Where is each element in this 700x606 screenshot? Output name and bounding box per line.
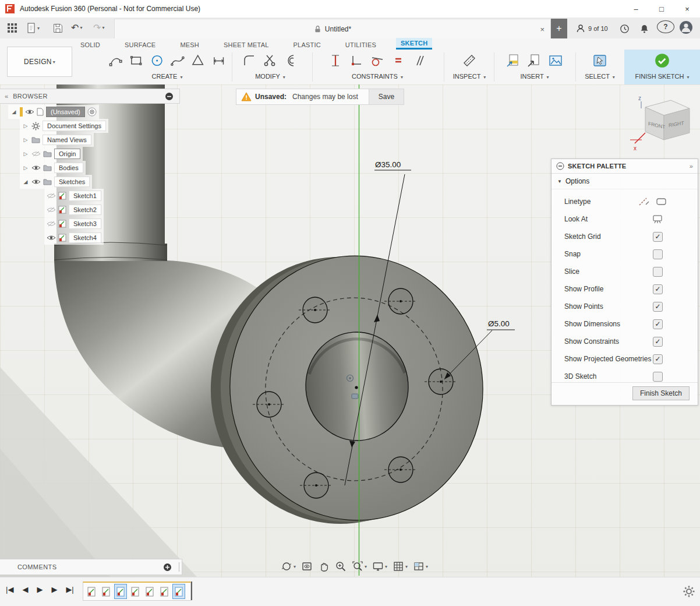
sketch-grid-checkbox[interactable]: ✓ bbox=[653, 232, 663, 242]
expand-icon[interactable]: ◢ bbox=[10, 109, 17, 115]
dim-bore-label[interactable]: Ø35.00 bbox=[375, 160, 401, 169]
timeline-feature-sketch[interactable] bbox=[100, 584, 112, 599]
offset-tool-icon[interactable] bbox=[284, 53, 299, 68]
expand-icon[interactable]: ◢ bbox=[22, 179, 29, 185]
minimize-button[interactable]: – bbox=[623, 0, 649, 17]
eye-off-icon[interactable] bbox=[47, 220, 56, 227]
equal-constraint-icon[interactable] bbox=[391, 53, 406, 68]
tree-item-label[interactable]: Named Views bbox=[43, 135, 91, 145]
app-grid-icon[interactable] bbox=[5, 20, 20, 36]
vertical-constraint-icon[interactable] bbox=[328, 53, 343, 68]
palette-collapse-icon[interactable]: » bbox=[690, 163, 693, 170]
sketch-item-label[interactable]: Sketch3 bbox=[69, 219, 101, 229]
expand-icon[interactable]: ▷ bbox=[22, 165, 29, 171]
step-back-button[interactable]: ◀ bbox=[22, 585, 28, 594]
eye-icon[interactable] bbox=[25, 108, 34, 115]
step-forward-button[interactable]: ▶ bbox=[51, 585, 57, 594]
fillet-tool-icon[interactable] bbox=[242, 53, 257, 68]
activate-target-icon[interactable] bbox=[87, 107, 97, 117]
look-at-button[interactable] bbox=[301, 561, 313, 572]
document-tab[interactable]: Untitled* bbox=[314, 25, 351, 33]
browser-collapse-icon[interactable]: « bbox=[5, 93, 8, 100]
skip-to-end-button[interactable]: ▶| bbox=[66, 585, 73, 594]
sketch-center-point[interactable] bbox=[355, 386, 358, 389]
eye-icon[interactable] bbox=[31, 164, 41, 171]
show-projected-geometries-checkbox[interactable]: ✓ bbox=[653, 354, 663, 364]
slice-checkbox[interactable] bbox=[653, 267, 663, 277]
dim-hole-label[interactable]: Ø5.00 bbox=[488, 319, 510, 328]
close-button[interactable]: × bbox=[674, 0, 700, 17]
finish-sketch-palette-button[interactable]: Finish Sketch bbox=[632, 386, 690, 400]
save-link[interactable]: Save bbox=[369, 89, 404, 104]
sketch-item-label[interactable]: Sketch1 bbox=[69, 191, 101, 201]
expand-icon[interactable]: ▷ bbox=[22, 123, 29, 129]
expand-icon[interactable]: ▷ bbox=[22, 137, 29, 143]
show-profile-checkbox[interactable]: ✓ bbox=[653, 284, 663, 294]
grid-settings-button[interactable]: ▾ bbox=[393, 561, 408, 572]
select-tool-icon[interactable] bbox=[592, 53, 607, 68]
sketch-item-label[interactable]: Sketch4 bbox=[69, 232, 101, 243]
timeline-position-marker[interactable] bbox=[191, 582, 192, 600]
tab-close-icon[interactable]: × bbox=[540, 25, 545, 34]
finish-sketch-check-icon[interactable] bbox=[654, 52, 670, 69]
tab-surface[interactable]: SURFACE bbox=[120, 40, 160, 50]
timeline-feature-sketch[interactable] bbox=[85, 584, 98, 599]
eye-off-icon[interactable] bbox=[31, 150, 41, 157]
insert-dxf-icon[interactable] bbox=[506, 53, 521, 68]
fit-button[interactable]: ▾ bbox=[352, 561, 367, 572]
timeline-settings-gear-icon[interactable] bbox=[683, 585, 695, 598]
line-tool-icon[interactable] bbox=[108, 53, 123, 68]
3d-sketch-checkbox[interactable] bbox=[653, 372, 663, 382]
insert-canvas-icon[interactable] bbox=[548, 53, 563, 68]
avatar[interactable] bbox=[677, 19, 695, 36]
tab-sheet-metal[interactable]: SHEET METAL bbox=[219, 40, 274, 50]
viewcube[interactable]: z FRONT RIGHT x bbox=[629, 92, 699, 155]
notifications-bell-icon[interactable] bbox=[637, 20, 652, 37]
tab-plastic[interactable]: PLASTIC bbox=[289, 40, 326, 50]
display-settings-button[interactable]: ▾ bbox=[372, 561, 387, 572]
create-dropdown[interactable]: CREATE ▾ bbox=[108, 73, 226, 80]
polygon-tool-icon[interactable] bbox=[190, 53, 205, 68]
expand-icon[interactable]: ▷ bbox=[22, 151, 29, 157]
browser-row-sketch3[interactable]: Sketch3 bbox=[44, 217, 104, 231]
timeline-feature-sketch[interactable] bbox=[158, 584, 171, 599]
browser-row-sketch2[interactable]: Sketch2 bbox=[44, 203, 104, 217]
redo-button[interactable]: ↷ ▾ bbox=[91, 19, 107, 36]
snap-checkbox[interactable] bbox=[653, 249, 663, 259]
eye-icon[interactable] bbox=[31, 178, 41, 185]
timeline-feature-sketch[interactable] bbox=[129, 584, 142, 599]
eye-off-icon[interactable] bbox=[47, 192, 56, 199]
timeline-feature-sketch[interactable] bbox=[172, 584, 185, 599]
tab-mesh[interactable]: MESH bbox=[175, 40, 204, 50]
browser-row-sketches[interactable]: ◢ Sketches bbox=[20, 175, 92, 189]
options-section-header[interactable]: ▼ Options bbox=[551, 174, 698, 189]
help-button[interactable]: ? bbox=[657, 20, 674, 33]
modify-dropdown[interactable]: MODIFY ▾ bbox=[234, 73, 306, 80]
root-document-label[interactable]: (Unsaved) bbox=[46, 107, 85, 117]
tab-solid[interactable]: SOLID bbox=[76, 40, 105, 50]
insert-derive-icon[interactable] bbox=[527, 53, 542, 68]
browser-row-document-settings[interactable]: ▷ Document Settings bbox=[20, 119, 108, 133]
dimension-tool-icon[interactable] bbox=[211, 53, 226, 68]
clock-icon[interactable] bbox=[617, 20, 632, 37]
orbit-button[interactable]: ▾ bbox=[281, 561, 296, 572]
inspect-dropdown[interactable]: INSPECT ▾ bbox=[446, 73, 493, 80]
tree-item-label[interactable]: Bodies bbox=[54, 163, 83, 173]
browser-root-row[interactable]: ◢ (Unsaved) bbox=[8, 105, 99, 119]
show-dimensions-checkbox[interactable]: ✓ bbox=[653, 319, 663, 329]
timeline-feature-sketch[interactable] bbox=[114, 584, 127, 599]
tree-item-label[interactable]: Document Settings bbox=[43, 121, 106, 131]
new-tab-button[interactable]: + bbox=[551, 19, 567, 38]
spline-tool-icon[interactable] bbox=[170, 53, 185, 68]
design-workspace-button[interactable]: DESIGN ▾ bbox=[7, 47, 72, 77]
coincident-constraint-icon[interactable] bbox=[349, 53, 364, 68]
insert-dropdown[interactable]: INSERT ▾ bbox=[496, 73, 573, 80]
play-button[interactable]: ▶ bbox=[37, 585, 43, 594]
browser-row-sketch1[interactable]: Sketch1 bbox=[44, 189, 104, 203]
construction-line-icon[interactable] bbox=[638, 197, 650, 206]
constraints-dropdown[interactable]: CONSTRAINTS ▾ bbox=[314, 73, 440, 80]
tree-item-label[interactable]: Sketches bbox=[54, 177, 90, 187]
browser-minimize-icon[interactable] bbox=[165, 92, 174, 101]
save-button[interactable] bbox=[50, 20, 66, 36]
tangent-constraint-icon[interactable] bbox=[370, 53, 385, 68]
